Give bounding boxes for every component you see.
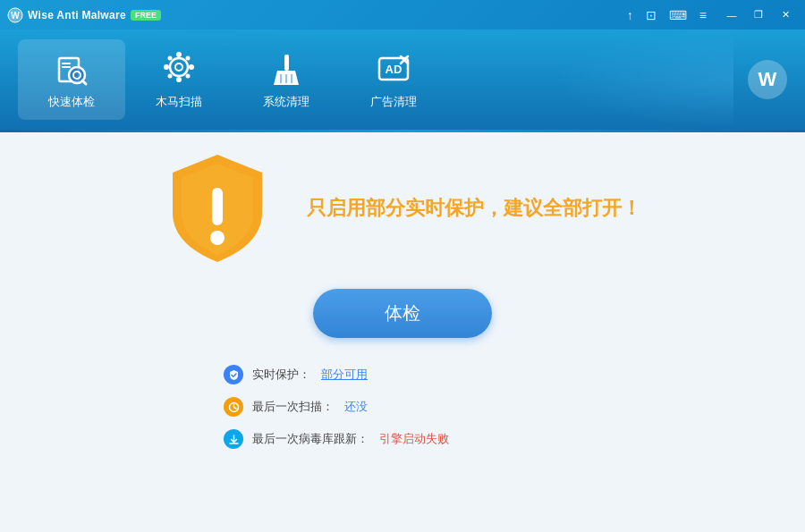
- scan-button[interactable]: 体检: [313, 289, 492, 338]
- svg-text:W: W: [11, 11, 20, 21]
- svg-point-10: [176, 52, 182, 57]
- warning-text: 只启用部分实时保护，建议全部打开！: [307, 197, 641, 219]
- avatar-button[interactable]: W: [748, 60, 787, 99]
- realtime-label: 实时保护：: [252, 367, 310, 383]
- maximize-button[interactable]: ❐: [746, 6, 771, 24]
- main-content: 只启用部分实时保护，建议全部打开！ 体检 实时保护： 部分可用: [0, 132, 805, 532]
- status-list: 实时保护： 部分可用 最后一次扫描： 还没: [224, 365, 581, 449]
- shield-warning-icon: [164, 150, 271, 266]
- last-scan-icon: [224, 397, 243, 417]
- close-button[interactable]: ✕: [773, 6, 798, 24]
- realtime-icon: [224, 365, 243, 384]
- warning-text-container: 只启用部分实时保护，建议全部打开！: [307, 195, 641, 222]
- nav-label-system-clean: 系统清理: [263, 94, 309, 110]
- ad-clean-icon: AD: [374, 49, 413, 89]
- svg-point-12: [164, 64, 169, 70]
- app-title: Wise Anti Malware: [28, 9, 126, 21]
- svg-point-9: [175, 63, 182, 71]
- settings-icon[interactable]: ⌨: [669, 8, 687, 22]
- nav-label-trojan-scan: 木马扫描: [156, 94, 202, 110]
- status-realtime: 实时保护： 部分可用: [224, 365, 581, 384]
- system-clean-icon: [267, 49, 306, 89]
- svg-point-28: [210, 231, 225, 245]
- svg-rect-18: [284, 55, 289, 71]
- titlebar-extra-icons: ↑ ⊡ ⌨ ≡: [627, 8, 707, 22]
- svg-point-8: [170, 58, 188, 76]
- svg-text:AD: AD: [386, 63, 402, 76]
- title-bar: W Wise Anti Malware FREE ↑ ⊡ ⌨ ≡ — ❐ ✕: [0, 0, 805, 30]
- svg-point-15: [186, 56, 191, 61]
- svg-point-14: [168, 56, 173, 61]
- window-controls: — ❐ ✕: [719, 6, 798, 24]
- svg-point-16: [168, 74, 173, 79]
- status-last-scan: 最后一次扫描： 还没: [224, 397, 581, 417]
- avatar-letter: W: [758, 68, 777, 91]
- svg-line-4: [82, 80, 86, 84]
- svg-point-13: [189, 64, 194, 70]
- svg-point-11: [176, 77, 182, 82]
- free-badge: FREE: [131, 10, 161, 21]
- menu-icon[interactable]: ≡: [699, 8, 707, 22]
- warning-section: 只启用部分实时保护，建议全部打开！: [164, 150, 641, 266]
- last-scan-label: 最后一次扫描：: [252, 399, 334, 415]
- trojan-scan-icon: [159, 49, 199, 89]
- last-update-label: 最后一次病毒库跟新：: [252, 431, 369, 447]
- display-icon[interactable]: ⊡: [646, 8, 657, 22]
- svg-rect-27: [212, 188, 223, 225]
- upload-icon[interactable]: ↑: [627, 8, 633, 22]
- last-scan-value: 还没: [344, 399, 368, 415]
- nav-bar: 快速体检 木马扫描: [0, 30, 805, 130]
- svg-line-31: [233, 407, 236, 409]
- minimize-button[interactable]: —: [719, 6, 744, 24]
- status-last-update: 最后一次病毒库跟新： 引擎启动失败: [224, 429, 581, 449]
- quick-scan-icon: [52, 49, 91, 89]
- nav-item-quick-scan[interactable]: 快速体检: [18, 39, 125, 120]
- svg-point-17: [186, 74, 191, 79]
- nav-label-ad-clean: 广告清理: [370, 94, 417, 110]
- nav-label-quick-scan: 快速体检: [48, 94, 95, 110]
- last-update-value: 引擎启动失败: [379, 431, 449, 447]
- last-update-icon: [224, 429, 243, 449]
- realtime-value[interactable]: 部分可用: [321, 367, 368, 383]
- nav-item-trojan-scan[interactable]: 木马扫描: [125, 39, 233, 120]
- nav-item-ad-clean[interactable]: AD 广告清理: [340, 39, 447, 120]
- nav-item-system-clean[interactable]: 系统清理: [233, 39, 340, 120]
- app-icon: W: [7, 7, 23, 23]
